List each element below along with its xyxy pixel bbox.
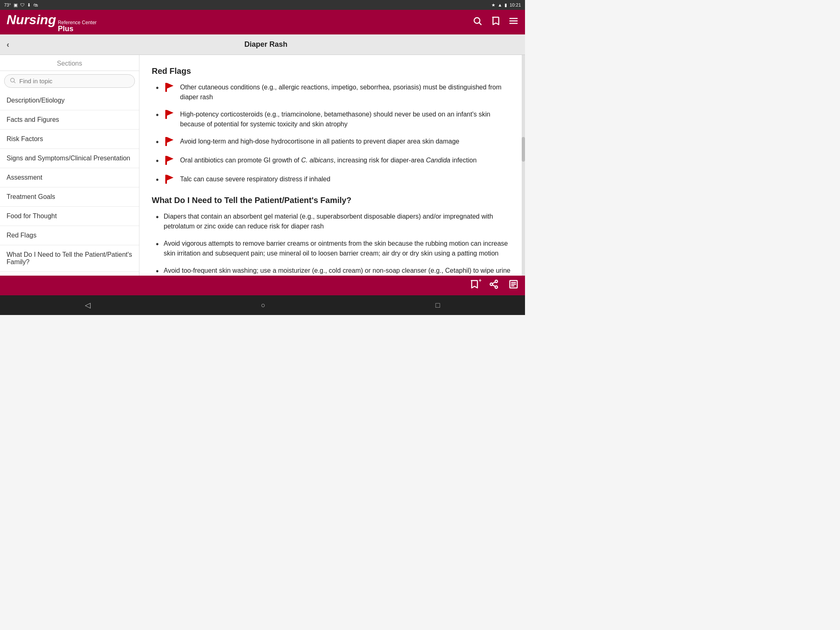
bullet-text-3: Avoid long-term and high-dose hydrocorti… — [180, 137, 513, 146]
svg-rect-11 — [165, 137, 167, 146]
sections-header: Sections — [0, 55, 139, 71]
svg-line-21 — [493, 282, 495, 284]
red-flags-list: Other cutaneous conditions (e.g., allerg… — [152, 82, 513, 186]
red-flags-section: Red Flags Other cutaneous conditions (e.… — [152, 66, 513, 186]
svg-rect-9 — [165, 110, 167, 119]
svg-rect-15 — [165, 175, 167, 184]
bag-icon: 🛍 — [33, 2, 38, 7]
svg-marker-14 — [167, 156, 173, 162]
sidebar-item[interactable]: References — [0, 272, 139, 276]
share-button[interactable] — [489, 279, 499, 292]
bullet-text-2: High-potency corticosteroids (e.g., tria… — [180, 110, 513, 129]
red-flag-icon-1 — [164, 82, 175, 93]
scroll-thumb[interactable] — [522, 137, 525, 162]
red-flag-icon-5 — [164, 173, 175, 185]
android-recent-button[interactable]: □ — [436, 301, 440, 310]
screenshot-icon: ▣ — [14, 2, 18, 8]
list-item: Avoid too-frequent skin washing; use a m… — [156, 266, 513, 276]
list-item: Diapers that contain an absorbent gel ma… — [156, 212, 513, 231]
status-right-icons: ★ ▲ ▮ 10:21 — [491, 2, 521, 8]
status-bar: 73° ▣ 🛡 ⬇ 🛍 ★ ▲ ▮ 10:21 — [0, 0, 525, 10]
sidebar-items: Description/EtiologyFacts and FiguresRis… — [0, 91, 139, 276]
bookmark-add-button[interactable]: + — [469, 279, 479, 292]
bullet-text-5: Talc can cause severe respiratory distre… — [180, 174, 513, 184]
sidebar: Sections Description/EtiologyFacts and F… — [0, 55, 139, 276]
list-item: Other cutaneous conditions (e.g., allerg… — [156, 82, 513, 102]
download-icon: ⬇ — [27, 2, 31, 8]
sidebar-item[interactable]: What Do I Need to Tell the Patient/Patie… — [0, 245, 139, 272]
svg-marker-8 — [167, 83, 173, 89]
list-item: Avoid vigorous attempts to remove barrie… — [156, 239, 513, 258]
search-icon[interactable] — [472, 16, 482, 28]
list-item: High-potency corticosteroids (e.g., tria… — [156, 110, 513, 129]
search-icon-sidebar — [9, 77, 16, 85]
svg-rect-13 — [165, 156, 167, 165]
page-title: Diaper Rash — [14, 40, 518, 49]
red-flags-title: Red Flags — [152, 66, 513, 76]
sidebar-item[interactable]: Red Flags — [0, 226, 139, 245]
main-layout: Sections Description/EtiologyFacts and F… — [0, 55, 525, 276]
content-area: Red Flags Other cutaneous conditions (e.… — [139, 55, 525, 276]
app-name-refcenter: Reference Center — [58, 20, 97, 25]
back-button[interactable]: ‹ — [7, 40, 9, 49]
svg-marker-16 — [167, 175, 173, 180]
list-item: Talc can cause severe respiratory distre… — [156, 174, 513, 186]
nav-action-icons[interactable] — [472, 16, 518, 28]
svg-marker-10 — [167, 110, 173, 116]
list-item: Oral antibiotics can promote GI growth o… — [156, 155, 513, 167]
status-left-icons: 73° ▣ 🛡 ⬇ 🛍 — [4, 2, 38, 8]
red-flag-icon-3 — [164, 136, 175, 147]
svg-rect-7 — [165, 83, 167, 92]
bullet-text-4: Oral antibiotics can promote GI growth o… — [180, 155, 513, 165]
android-back-button[interactable]: ◁ — [85, 301, 91, 310]
bottom-toolbar: + — [0, 276, 525, 295]
clock: 10:21 — [509, 2, 521, 7]
android-nav-bar: ◁ ○ □ — [0, 295, 525, 315]
top-navigation: Nursing Reference Center Plus — [0, 10, 525, 34]
svg-marker-12 — [167, 137, 173, 143]
sidebar-item[interactable]: Food for Thought — [0, 207, 139, 226]
breadcrumb-bar: ‹ Diaper Rash — [0, 34, 525, 55]
app-title: Nursing Reference Center Plus — [7, 12, 97, 32]
list-item: Avoid long-term and high-dose hydrocorti… — [156, 137, 513, 148]
temperature-indicator: 73° — [4, 2, 11, 7]
what-do-title: What Do I Need to Tell the Patient/Patie… — [152, 196, 513, 205]
bookmark-plus-badge: + — [479, 278, 482, 283]
android-home-button[interactable]: ○ — [261, 301, 265, 310]
svg-line-1 — [479, 23, 482, 25]
app-name-refplus: Reference Center Plus — [58, 20, 97, 32]
bookmark-icon[interactable] — [491, 16, 500, 28]
menu-icon[interactable] — [509, 16, 518, 28]
app-name-nursing: Nursing — [7, 12, 56, 27]
what-bullet-2: Avoid vigorous attempts to remove barrie… — [164, 239, 513, 258]
star-icon: ★ — [491, 2, 495, 8]
what-bullet-3: Avoid too-frequent skin washing; use a m… — [164, 266, 513, 276]
sidebar-item[interactable]: Signs and Symptoms/Clinical Presentation — [0, 149, 139, 168]
red-flag-icon-2 — [164, 109, 175, 120]
scroll-indicator — [522, 55, 525, 276]
sidebar-item[interactable]: Description/Etiology — [0, 91, 139, 110]
bullet-text-1: Other cutaneous conditions (e.g., allerg… — [180, 82, 513, 102]
app-name-plus: Plus — [58, 25, 73, 32]
red-flag-icon-4 — [164, 155, 175, 166]
wifi-icon: ▲ — [498, 2, 502, 7]
svg-line-6 — [14, 82, 15, 83]
battery-icon: ▮ — [504, 2, 507, 8]
what-bullet-1: Diapers that contain an absorbent gel ma… — [164, 212, 513, 231]
what-do-section: What Do I Need to Tell the Patient/Patie… — [152, 196, 513, 276]
sidebar-item[interactable]: Treatment Goals — [0, 187, 139, 207]
shield-icon: 🛡 — [20, 2, 25, 7]
sidebar-item[interactable]: Facts and Figures — [0, 110, 139, 130]
sidebar-item[interactable]: Risk Factors — [0, 130, 139, 149]
svg-line-20 — [493, 285, 495, 287]
sidebar-item[interactable]: Assessment — [0, 168, 139, 187]
note-button[interactable] — [509, 279, 518, 292]
what-do-list: Diapers that contain an absorbent gel ma… — [152, 212, 513, 276]
search-box[interactable] — [4, 74, 135, 88]
search-input[interactable] — [19, 78, 130, 84]
